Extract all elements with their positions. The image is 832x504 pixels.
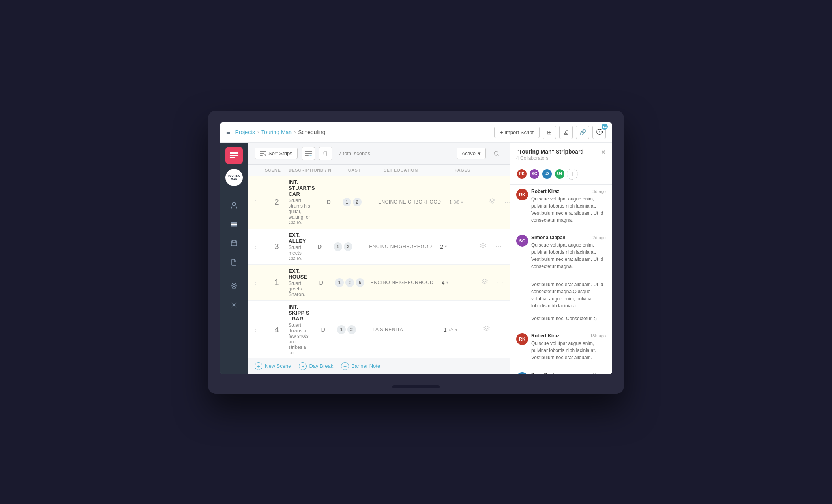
active-dropdown[interactable]: Active ▾ <box>457 148 486 159</box>
comment-item: RK Robert Kiraz 3d ago Quisque volutpat … <box>516 189 606 224</box>
cast-num: 1 <box>334 242 342 251</box>
add-strip-button[interactable] <box>302 147 315 160</box>
pages-dropdown[interactable]: ▾ <box>445 244 447 249</box>
pages-cell: 2 ▾ <box>440 244 480 250</box>
col-cast: CAST <box>348 168 384 172</box>
add-banner-note-button[interactable]: + Banner Note <box>341 362 380 370</box>
pages-dropdown[interactable]: ▾ <box>446 280 448 285</box>
avatar-user3: U3 <box>542 169 553 180</box>
search-button[interactable] <box>490 147 503 160</box>
add-new-scene-button[interactable]: + New Scene <box>255 362 291 370</box>
pages-number: 1 <box>444 326 447 333</box>
breadcrumb-project[interactable]: Touring Man <box>261 129 292 135</box>
pages-number: 1 <box>449 199 452 205</box>
main-layout: TOURINGMAN <box>220 143 612 374</box>
sidebar-item-locations[interactable] <box>225 277 243 295</box>
comment-item: RK Robert Kiraz 18h ago Quisque volutpat… <box>516 333 606 361</box>
svg-point-9 <box>233 304 235 306</box>
layers-icon <box>480 242 495 251</box>
close-panel-button[interactable]: ✕ <box>601 148 606 156</box>
more-options-icon[interactable]: ⋯ <box>497 279 509 286</box>
pages-dropdown[interactable]: ▾ <box>455 328 457 332</box>
comment-meta: Dave Gantz 9h ago <box>531 372 606 374</box>
more-options-icon[interactable]: ⋯ <box>504 199 510 206</box>
sidebar-divider-1 <box>228 274 240 274</box>
scene-number: 4 <box>265 325 289 334</box>
print-icon-button[interactable]: 🖨 <box>559 126 573 139</box>
pages-cell: 1 3/8 ▾ <box>449 199 489 205</box>
drag-handle[interactable]: ⋮⋮ <box>253 199 265 205</box>
col-description: DESCRIPTION <box>289 168 320 172</box>
col-dn: D / N <box>320 168 348 172</box>
svg-rect-2 <box>230 157 235 158</box>
breadcrumb: Projects › Touring Man › Scheduling <box>235 129 326 135</box>
scene-title: INT. SKIPP'S - BAR <box>289 304 309 322</box>
touring-man-logo: TOURINGMAN <box>225 169 243 186</box>
svg-rect-13 <box>305 151 312 152</box>
table-container: SCENE DESCRIPTION D / N CAST SET LOCATIO… <box>248 165 510 358</box>
add-collaborator-button[interactable]: + <box>567 169 578 180</box>
comment-item: Vestibulum nec erat aliquam. Ut id conse… <box>516 281 606 309</box>
cast-num: 2 <box>344 242 352 251</box>
drag-handle[interactable]: ⋮⋮ <box>253 327 265 332</box>
add-day-break-icon: + <box>299 362 307 370</box>
cast-num: 2 <box>345 278 354 287</box>
panel-title: "Touring Man" Stripboard <box>516 148 584 155</box>
import-script-button[interactable]: + Import Script <box>494 127 540 138</box>
table-header: SCENE DESCRIPTION D / N CAST SET LOCATIO… <box>248 165 510 176</box>
add-day-break-button[interactable]: + Day Break <box>299 362 333 370</box>
sidebar-item-strips[interactable] <box>225 215 243 233</box>
col-scene: SCENE <box>265 168 289 172</box>
location-text: ENCINO NEIGHBORHOOD <box>371 280 442 285</box>
toolbar-right: Active ▾ <box>457 147 503 160</box>
table-row: ⋮⋮ 1 EXT. HOUSE Stuart greets Sharon. D … <box>248 265 510 301</box>
delete-button[interactable] <box>319 147 332 160</box>
pages-number: 4 <box>442 279 445 286</box>
sidebar-item-files[interactable] <box>225 253 243 271</box>
scene-info: EXT. HOUSE Stuart greets Sharon. <box>289 265 307 300</box>
sidebar-item-schedule[interactable] <box>225 234 243 252</box>
drag-handle[interactable]: ⋮⋮ <box>253 280 265 285</box>
cast-num: 2 <box>353 198 362 206</box>
pages-frac: 3/8 <box>454 200 459 204</box>
comments-icon-button[interactable]: 💬 12 <box>592 126 606 139</box>
comment-name: Robert Kiraz <box>531 189 559 194</box>
svg-rect-0 <box>230 152 238 154</box>
cast-cell: 1 2 5 <box>335 278 371 287</box>
sidebar-item-settings[interactable] <box>225 296 243 314</box>
svg-rect-1 <box>230 155 238 156</box>
panel-subtitle: 4 Collaborators <box>516 156 584 161</box>
svg-rect-10 <box>260 151 266 152</box>
panel-header: "Touring Man" Stripboard 4 Collaborators… <box>510 143 612 165</box>
sidebar-item-users[interactable] <box>225 197 243 214</box>
scene-desc: Stuart strums his guitar, waiting for Cl… <box>289 198 315 225</box>
cast-cell: 1 2 <box>343 198 378 206</box>
drag-handle[interactable]: ⋮⋮ <box>253 244 265 249</box>
more-options-icon[interactable]: ⋯ <box>499 326 510 334</box>
comment-body: Simona Clapan 2d ago Quisque volutpat au… <box>531 235 606 270</box>
table-row: ⋮⋮ 3 EXT. ALLEY Stuart meets Claire. D 1… <box>248 229 510 265</box>
comment-name: Robert Kiraz <box>531 333 559 339</box>
scene-number: 3 <box>265 242 289 251</box>
more-options-icon[interactable]: ⋯ <box>495 243 507 250</box>
sort-strips-button[interactable]: Sort Strips <box>255 148 298 159</box>
layout-icon-button[interactable]: ⊞ <box>543 126 556 139</box>
breadcrumb-projects[interactable]: Projects <box>235 129 255 135</box>
layers-icon <box>489 198 504 206</box>
svg-rect-5 <box>231 223 237 225</box>
add-new-scene-icon: + <box>255 362 262 370</box>
bottom-add-bar: + New Scene + Day Break + Banner Note <box>248 358 510 374</box>
avatar-rk: RK <box>516 169 527 180</box>
cast-num: 1 <box>343 198 351 206</box>
comment-avatar: SC <box>516 235 528 247</box>
hamburger-button[interactable]: ≡ <box>226 128 230 137</box>
scene-title: INT. STUART'S CAR <box>289 179 315 197</box>
comment-time: 18h ago <box>590 334 606 338</box>
scene-info: EXT. ALLEY Stuart meets Claire. <box>289 229 306 264</box>
search-icon <box>493 150 500 157</box>
link-icon-button[interactable]: 🔗 <box>576 126 589 139</box>
cast-num: 1 <box>335 278 344 287</box>
comment-time: 3d ago <box>592 189 606 194</box>
pages-dropdown[interactable]: ▾ <box>461 200 463 204</box>
pages-frac: 7/8 <box>448 328 454 332</box>
